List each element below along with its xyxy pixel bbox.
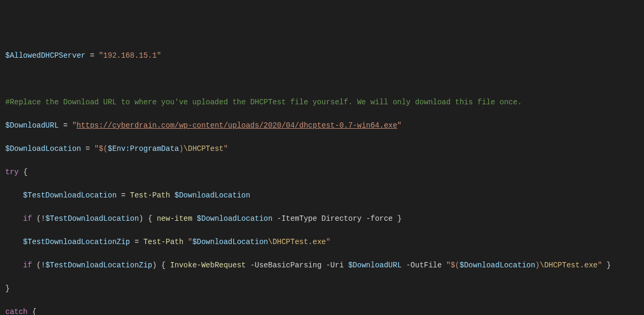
code-editor[interactable]: $AllowedDHCPServer = "192.168.15.1" #Rep…: [5, 50, 639, 315]
code-line: }: [5, 283, 639, 294]
code-line: $TestDownloadLocation = Test-Path $Downl…: [5, 190, 639, 201]
code-line: $AllowedDHCPServer = "192.168.15.1": [5, 50, 639, 61]
code-line: [5, 73, 639, 85]
code-line: $DownloadURL = "https://cyberdrain.com/w…: [5, 120, 639, 131]
code-line: #Replace the Download URL to where you'v…: [5, 96, 639, 108]
code-line: $DownloadLocation = "$($Env:ProgramData)…: [5, 143, 639, 155]
code-line: if (!$TestDownloadLocationZip) { Invoke-…: [5, 259, 639, 271]
code-line: try {: [5, 166, 639, 178]
code-line: if (!$TestDownloadLocation) { new-item $…: [5, 213, 639, 224]
code-line: catch {: [5, 306, 639, 315]
code-line: $TestDownloadLocationZip = Test-Path "$D…: [5, 236, 639, 248]
